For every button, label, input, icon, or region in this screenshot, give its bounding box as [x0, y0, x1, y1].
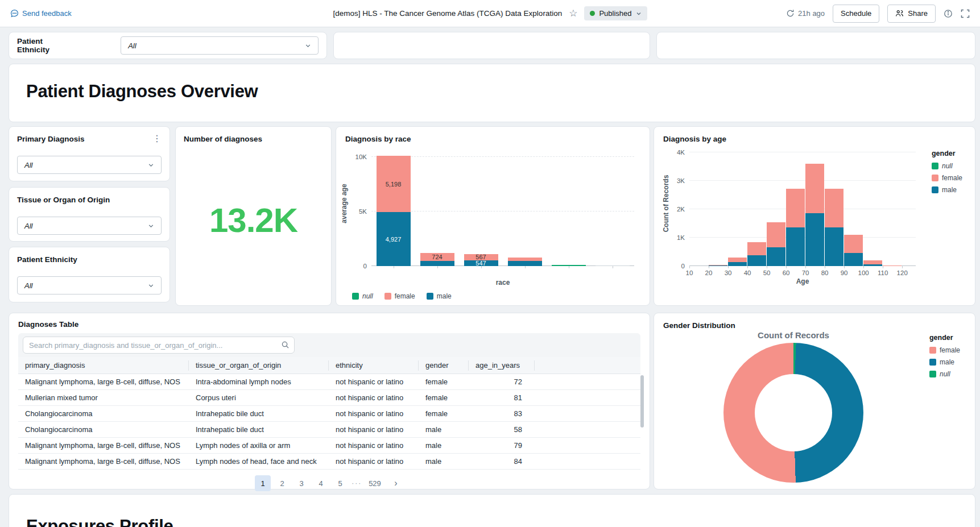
table-cell: female [419, 393, 469, 402]
race-bar-segment-female[interactable]: 5,198 [377, 156, 411, 213]
table-cell: not hispanic or latino [329, 409, 419, 418]
page-button-last[interactable]: 529 [365, 475, 384, 491]
favorite-star-icon[interactable]: ☆ [569, 9, 577, 18]
age-bar-segment-male[interactable] [767, 247, 785, 266]
table-cell: male [419, 457, 469, 466]
top-filter-dropdown[interactable]: All [121, 36, 319, 55]
age-bar-segment-male[interactable] [844, 253, 863, 267]
counter-title: Number of diagnoses [184, 135, 323, 143]
gender-donut-chart[interactable] [723, 343, 863, 483]
page-button-5[interactable]: 5 [332, 475, 348, 491]
table-row[interactable]: CholangiocarcinomaIntrahepatic bile duct… [18, 422, 640, 438]
chevron-down-icon [148, 283, 154, 289]
race-plot-area[interactable]: 05K10K4,9275,198724547567 [371, 152, 634, 266]
age-bar-segment-female[interactable] [728, 258, 747, 262]
publish-status-dropdown[interactable]: Published [584, 6, 647, 20]
age-x-tick [747, 266, 748, 268]
age-bar-segment-female[interactable] [767, 222, 785, 248]
table-row[interactable]: Malignant lymphoma, large B-cell, diffus… [18, 454, 640, 470]
legend-item-null: null [352, 292, 373, 300]
page-ellipsis: ··· [352, 479, 362, 487]
diagnoses-table[interactable]: primary_diagnosistissue_or_organ_of_orig… [18, 357, 640, 470]
send-feedback-link[interactable]: Send feedback [10, 9, 72, 18]
chevron-down-icon [148, 162, 154, 168]
age-bar-segment-male[interactable] [863, 264, 882, 266]
age-bar-segment-female[interactable] [825, 189, 843, 227]
dashboard-page: { "topbar": { "send_feedback_label": "Se… [0, 0, 980, 527]
refresh-status[interactable]: 21h ago [786, 9, 825, 18]
age-bar-segment-female[interactable] [844, 235, 863, 253]
race-bar-segment-male[interactable]: 4,927 [377, 212, 411, 266]
age-x-tick-label: 50 [763, 269, 771, 276]
age-bar-segment-female[interactable] [786, 189, 805, 227]
counter-value: 13.2K [184, 143, 323, 297]
table-header-ethnicity[interactable]: ethnicity [329, 360, 419, 371]
tissue-origin-filter-card: Tissue or Organ of Origin All [9, 187, 170, 242]
age-bar-segment-female[interactable] [805, 164, 824, 213]
primary-diagnosis-dropdown[interactable]: All [17, 156, 162, 174]
table-row[interactable]: CholangiocarcinomaIntrahepatic bile duct… [18, 406, 640, 422]
age-bar-segment-female[interactable] [709, 265, 727, 265]
legend-swatch-male [427, 293, 433, 300]
filter-value: All [24, 222, 32, 230]
table-cell: male [419, 425, 469, 434]
page-button-1[interactable]: 1 [255, 475, 271, 491]
page-button-3[interactable]: 3 [293, 475, 309, 491]
race-bar-segment-female[interactable] [508, 258, 542, 261]
table-search-input[interactable] [23, 337, 295, 354]
table-header-gender[interactable]: gender [419, 360, 469, 371]
age-bar-segment-male[interactable] [728, 262, 747, 266]
fullscreen-icon[interactable] [961, 9, 970, 18]
page-button-2[interactable]: 2 [274, 475, 290, 491]
info-icon[interactable] [944, 9, 953, 18]
legend-item-null: null [929, 370, 960, 378]
race-x-tick [569, 266, 569, 268]
next-page-button[interactable]: › [388, 475, 404, 491]
schedule-button[interactable]: Schedule [833, 5, 879, 23]
age-x-tick [805, 266, 806, 268]
age-plot-area[interactable]: 01K2K3K4K102030405060708090100110120 [689, 152, 916, 266]
kebab-menu-icon[interactable]: ⋮ [152, 135, 162, 143]
age-gridline [689, 180, 916, 181]
top-filter-label: Patient Ethnicity [17, 37, 74, 54]
age-bar-segment-female[interactable] [883, 265, 902, 266]
age-bar-segment-male[interactable] [709, 265, 727, 266]
age-x-tick [825, 266, 825, 268]
table-header-tissue_or_organ_of_origin[interactable]: tissue_or_organ_of_origin [189, 360, 329, 371]
tissue-origin-dropdown[interactable]: All [17, 217, 162, 235]
table-pagination: 12345···529› [18, 475, 640, 491]
age-bar-segment-male[interactable] [786, 227, 805, 266]
table-header-age_in_years[interactable]: age_in_years [469, 360, 535, 371]
patient-ethnicity-dropdown[interactable]: All [17, 276, 162, 294]
table-row[interactable]: Malignant lymphoma, large B-cell, diffus… [18, 438, 640, 454]
race-bar-segment-female[interactable]: 724 [420, 253, 454, 261]
table-cell: Cholangiocarcinoma [18, 409, 189, 418]
table-scrollbar[interactable] [640, 375, 644, 428]
page-button-4[interactable]: 4 [313, 475, 329, 491]
share-button[interactable]: Share [887, 5, 936, 23]
table-header-primary_diagnosis[interactable]: primary_diagnosis [18, 360, 189, 371]
filter-value: All [24, 161, 32, 169]
race-legend: nullfemalemale [352, 292, 640, 300]
age-bar-segment-male[interactable] [805, 213, 824, 266]
race-gridline [371, 156, 634, 157]
table-row[interactable]: Mullerian mixed tumorCorpus uterinot his… [18, 390, 640, 406]
table-search-row [18, 333, 640, 357]
top-filter-value: All [128, 42, 136, 50]
age-bar-segment-female[interactable] [863, 260, 882, 264]
race-y-axis-label: average age [340, 169, 348, 238]
race-bar-segment-male[interactable]: 547 [464, 260, 498, 267]
table-cell: Intra-abdominal lymph nodes [189, 377, 329, 386]
table-row[interactable]: Malignant lymphoma, large B-cell, diffus… [18, 374, 640, 390]
age-x-axis-label: Age [689, 277, 916, 285]
age-bar-segment-male[interactable] [825, 227, 843, 266]
race-bar-segment-male[interactable] [508, 261, 542, 266]
age-x-tick [844, 266, 845, 268]
age-bar-segment-male[interactable] [747, 255, 766, 266]
race-y-tick-label: 0 [363, 263, 367, 269]
race-bar-segment-male[interactable] [420, 261, 454, 266]
race-bar-segment-female[interactable]: 567 [464, 254, 498, 260]
table-cell: 83 [469, 409, 535, 418]
race-y-tick-label: 10K [355, 153, 367, 160]
age-bar-segment-female[interactable] [747, 242, 766, 256]
